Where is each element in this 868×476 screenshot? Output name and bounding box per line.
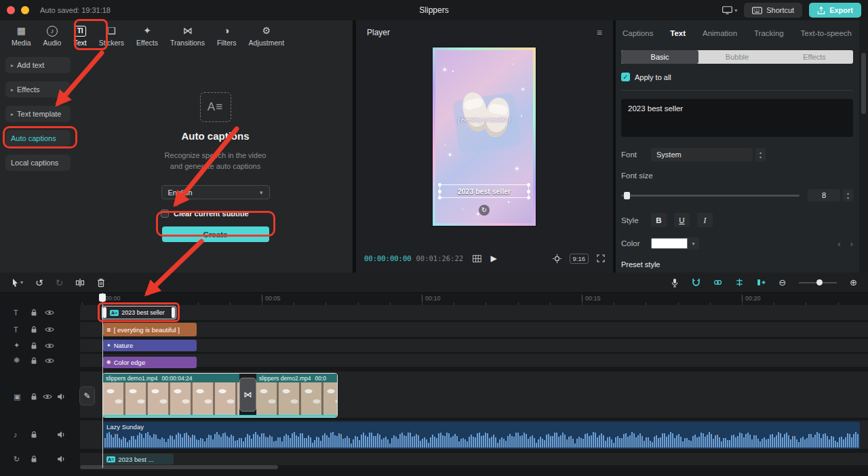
speaker-icon[interactable] — [57, 455, 65, 463]
caption-clip-2[interactable]: A≡ 2023 best ... — [103, 454, 174, 464]
tab-transitions[interactable]: ⋈ Transitions — [164, 20, 211, 52]
font-size-slider-thumb[interactable] — [624, 192, 630, 199]
video-clip-1[interactable]: slippers demo1.mp4 00:00:04:24 — [103, 374, 239, 415]
timeline-hscrollbar[interactable] — [80, 465, 278, 469]
tab-audio[interactable]: ♪ Audio — [37, 20, 68, 52]
font-stepper[interactable]: ▴ ▾ — [755, 148, 766, 161]
audio-clip[interactable]: Lazy Sunday — [103, 422, 860, 449]
lock-icon[interactable] — [30, 309, 38, 317]
inspector-scrollbar[interactable] — [859, 20, 868, 273]
sticker-clip[interactable]: ❋ Color edge — [103, 357, 197, 368]
resize-handle[interactable] — [438, 183, 441, 186]
split-icon[interactable] — [75, 278, 85, 287]
tab-text-to-speech[interactable]: Text-to-speech — [801, 29, 852, 37]
tab-effects[interactable]: ✦ Effects — [130, 20, 164, 52]
delete-icon[interactable] — [97, 278, 105, 287]
eye-icon[interactable] — [45, 342, 54, 349]
preset-next-button[interactable]: › — [850, 239, 853, 249]
video-track-group[interactable]: slippers demo1.mp4 00:00:04:24 slippers … — [102, 373, 338, 418]
caption-text-input[interactable]: 2023 best seller — [621, 99, 853, 137]
resize-handle[interactable] — [438, 190, 441, 193]
font-size-slider[interactable] — [621, 195, 800, 197]
subtab-basic[interactable]: Basic — [621, 50, 698, 64]
playhead[interactable] — [99, 294, 106, 302]
speaker-icon[interactable] — [57, 393, 65, 401]
redo-button[interactable]: ↻ — [56, 277, 64, 288]
preview-axis-icon[interactable] — [735, 278, 744, 287]
lock-icon[interactable] — [30, 342, 38, 350]
frames-icon[interactable] — [472, 255, 481, 262]
play-button[interactable]: ▶ — [490, 254, 496, 263]
tab-adjustment[interactable]: ⚙ Adjustment — [243, 20, 291, 52]
lock-icon[interactable] — [30, 431, 38, 439]
tab-animation[interactable]: Animation — [703, 29, 737, 37]
focus-icon[interactable] — [553, 254, 561, 263]
zoom-out-icon[interactable]: ⊖ — [778, 277, 786, 287]
tab-text-settings[interactable]: Text — [670, 29, 686, 37]
timeline-zoom-slider[interactable] — [799, 282, 837, 283]
tab-stickers[interactable]: ❏ Stickers — [93, 20, 130, 52]
resize-handle[interactable] — [438, 196, 441, 199]
lock-icon[interactable] — [30, 325, 38, 334]
aspect-ratio-button[interactable]: 9:16 — [570, 254, 589, 264]
display-mode-button[interactable]: ▾ — [722, 6, 737, 14]
font-size-stepper[interactable]: ▴ ▾ — [843, 189, 853, 201]
trim-handle-left[interactable] — [103, 307, 106, 318]
sidebar-item-effects[interactable]: ▸ Effects — [5, 81, 71, 98]
subtab-bubble[interactable]: Bubble — [698, 50, 776, 64]
lock-icon[interactable] — [30, 455, 38, 463]
transition-clip[interactable]: ⋈ — [239, 378, 256, 412]
zoom-slider-thumb[interactable] — [816, 279, 823, 285]
video-preview[interactable]: ✦ ✦ ✦ ✦ ✦ [ everyting is beautiful ] 202… — [433, 47, 536, 226]
overlay-text-selection[interactable]: 2023 best seller — [439, 184, 529, 198]
player-menu-icon[interactable]: ≡ — [597, 27, 602, 38]
trim-handle-right[interactable] — [172, 307, 175, 318]
clear-subtitle-checkbox[interactable] — [161, 210, 169, 218]
tab-tracking[interactable]: Tracking — [754, 29, 784, 37]
font-select[interactable]: System — [651, 148, 753, 161]
create-button[interactable]: Create — [162, 226, 269, 242]
timeline-ruler[interactable]: 00:00 00:05 00:10 00:15 00:20 — [80, 293, 868, 305]
tab-media[interactable]: ▦ Media — [5, 20, 37, 52]
lock-icon[interactable] — [30, 393, 38, 401]
linkage-icon[interactable] — [713, 278, 722, 287]
color-dropdown[interactable]: ▾ — [688, 237, 699, 250]
fullscreen-icon[interactable] — [597, 254, 605, 262]
text-clip[interactable]: ≣ [ everyting is beautiful ] — [103, 323, 197, 336]
shortcut-button[interactable]: Shortcut — [744, 3, 802, 18]
font-size-value[interactable]: 8 — [808, 189, 840, 201]
underline-button[interactable]: U — [674, 213, 690, 227]
effect-clip[interactable]: ✦ Nature — [103, 340, 197, 351]
bold-button[interactable]: B — [651, 213, 667, 227]
zoom-in-icon[interactable]: ⊕ — [850, 277, 857, 287]
select-tool-button[interactable]: ▾ — [11, 278, 23, 287]
close-button[interactable] — [7, 6, 15, 14]
rotate-handle[interactable]: ↻ — [479, 205, 490, 216]
eye-icon[interactable] — [43, 393, 52, 400]
preset-prev-button[interactable]: ‹ — [837, 239, 840, 249]
resize-handle[interactable] — [527, 190, 530, 193]
minimize-button[interactable] — [21, 6, 29, 14]
eye-icon[interactable] — [45, 357, 54, 364]
sidebar-item-local-captions[interactable]: Local captions — [5, 155, 71, 171]
language-select[interactable]: English ▾ — [161, 185, 270, 199]
record-voiceover-icon[interactable] — [671, 278, 679, 287]
speaker-icon[interactable] — [57, 431, 65, 439]
sidebar-item-auto-captions[interactable]: Auto captions — [5, 130, 71, 146]
auto-ripple-icon[interactable] — [757, 278, 766, 287]
tab-captions[interactable]: Captions — [623, 29, 653, 37]
export-button[interactable]: Export — [809, 3, 861, 18]
resize-handle[interactable] — [527, 183, 530, 186]
eye-icon[interactable] — [45, 326, 54, 333]
sidebar-item-text-template[interactable]: ▸ Text template — [5, 106, 71, 122]
tab-text[interactable]: TI Text — [67, 20, 92, 52]
tab-filters[interactable]: ◑ Filters — [211, 20, 243, 52]
video-clip-2[interactable]: slippers demo2.mp4 00:0 — [256, 374, 338, 415]
subtab-effects[interactable]: Effects — [776, 50, 853, 64]
italic-button[interactable]: I — [697, 213, 713, 227]
main-track-magnet-icon[interactable] — [692, 278, 701, 287]
apply-to-all-checkbox[interactable]: ✓ — [621, 73, 630, 81]
sidebar-item-add-text[interactable]: ▸ Add text — [5, 57, 71, 73]
lock-icon[interactable] — [30, 357, 38, 365]
eye-icon[interactable] — [45, 309, 54, 316]
